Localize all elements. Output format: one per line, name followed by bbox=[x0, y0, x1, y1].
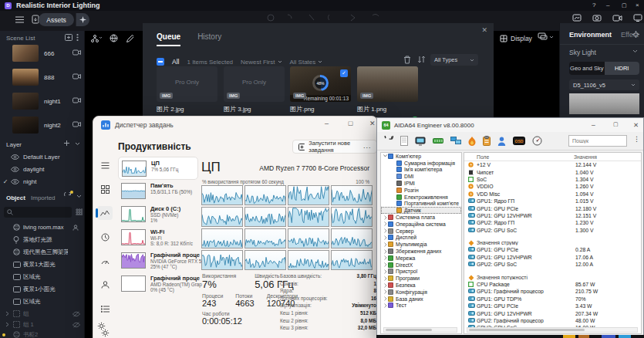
history-nav-icon[interactable] bbox=[97, 230, 113, 244]
scene-more-icon[interactable] bbox=[76, 33, 79, 42]
eyedropper-icon[interactable] bbox=[126, 34, 133, 42]
sensor-row[interactable]: GPU2: GPU SoC1.300 V bbox=[464, 227, 641, 234]
perf-sidebar-item[interactable]: Пам'ять15,6/31,1 ГБ (50%) bbox=[118, 180, 198, 203]
minimize-icon[interactable]: – bbox=[606, 2, 609, 8]
aida-tree-item[interactable]: Датчик bbox=[381, 207, 461, 214]
close-icon[interactable]: × bbox=[636, 2, 639, 8]
types-filter-dropdown[interactable]: All Types bbox=[430, 54, 478, 66]
sensor-row[interactable]: GPU1: GPU TDP%70% bbox=[464, 296, 641, 303]
render-queue-card[interactable]: Pro OnlyIMG图片 2.jpg6000×4000✓ bbox=[157, 66, 217, 123]
object-mode-label[interactable]: Imported bbox=[31, 194, 56, 201]
select-all-label[interactable]: All bbox=[172, 58, 179, 66]
help-icon[interactable]: ? bbox=[592, 2, 595, 8]
sensor-hscrollbar[interactable] bbox=[467, 327, 638, 333]
sensor-row[interactable]: VDD Misc1.094 V bbox=[464, 191, 641, 198]
camera-icon[interactable] bbox=[72, 121, 81, 127]
refresh-icon[interactable] bbox=[383, 136, 393, 146]
sensor-row[interactable]: GPU1: GPU 12VHPWR207.34 W bbox=[464, 309, 641, 316]
layer-item[interactable]: daylight bbox=[0, 164, 85, 174]
sensor-row[interactable]: CPU Package85.67 W bbox=[464, 281, 641, 288]
screen-select-icon[interactable] bbox=[538, 32, 554, 41]
sensor-row[interactable]: GPU2: GPU SoC12.00 A bbox=[464, 261, 641, 268]
maximize-icon[interactable]: ▢ bbox=[348, 120, 353, 127]
sensor-row[interactable]: GPU2: Ядро ГП1.230 V bbox=[464, 219, 641, 226]
object-tree-item[interactable]: 书柜2 bbox=[0, 330, 85, 338]
aida-tree-item[interactable]: Мультимедіа bbox=[381, 241, 461, 248]
layer-item[interactable]: ✓night bbox=[0, 176, 85, 187]
sync-icon[interactable] bbox=[64, 192, 72, 200]
aida-tree-item[interactable]: Тест bbox=[381, 303, 461, 309]
perf-sidebar-item[interactable]: Графічний процеAMD Radeon(TM) Grap0% (45… bbox=[118, 272, 198, 296]
aida-titlebar[interactable]: 64 AIDA64 Engineer v8.00.8000 bbox=[377, 118, 643, 132]
assets-button[interactable]: Assets bbox=[39, 13, 74, 26]
processes-nav-icon[interactable] bbox=[97, 182, 113, 196]
close-icon[interactable]: ✕ bbox=[633, 121, 639, 129]
env-settings-icon[interactable] bbox=[632, 31, 639, 38]
maximize-icon[interactable]: ▢ bbox=[622, 2, 627, 8]
tab-queue[interactable]: Queue bbox=[157, 32, 180, 46]
camera-icon[interactable] bbox=[72, 73, 81, 79]
column-value[interactable]: Значення bbox=[574, 154, 597, 160]
object-tree-item[interactable]: 区域光 bbox=[0, 272, 85, 282]
column-field[interactable]: Поле bbox=[477, 154, 574, 160]
sensor-row[interactable]: +12 V12.144 V bbox=[464, 161, 641, 168]
startup-nav-icon[interactable] bbox=[97, 254, 113, 268]
render-thumbnail[interactable]: 48%Remaining 00:01:13✓IMG bbox=[290, 66, 351, 102]
display-icon[interactable] bbox=[415, 137, 426, 146]
tab-environment[interactable]: Environment bbox=[569, 31, 612, 39]
minimize-icon[interactable]: – bbox=[592, 121, 595, 129]
sensor-section-row[interactable]: Значення струму bbox=[464, 239, 641, 246]
aida-tree-item[interactable]: Сумарна інформація bbox=[381, 160, 461, 167]
video-record-icon[interactable] bbox=[612, 13, 622, 22]
visibility-eye-icon[interactable] bbox=[11, 154, 23, 160]
object-tree-item[interactable]: 组 bbox=[0, 309, 85, 319]
close-icon[interactable]: ✕ bbox=[369, 120, 376, 127]
aida-tree-item[interactable]: Безпека bbox=[381, 282, 461, 289]
queue-close-icon[interactable]: ✕ bbox=[481, 26, 487, 34]
sensor-row[interactable]: GPU1: GPU 12VHPWR17.06 A bbox=[464, 254, 641, 261]
display-button[interactable]: Display bbox=[500, 32, 532, 44]
tree-hscrollbar[interactable] bbox=[383, 327, 457, 333]
aida-tree-item[interactable]: Електроживлення bbox=[381, 194, 461, 201]
render-queue-card[interactable]: Pro OnlyIMG图片 3.jpg6000×4000✓ bbox=[224, 66, 285, 123]
aida-tree-item[interactable]: IPMI bbox=[381, 180, 461, 187]
perf-sidebar-item[interactable]: Графічний процеNVIDIA GeForce RTX 5025% … bbox=[118, 249, 198, 272]
add-scene-icon[interactable] bbox=[65, 34, 72, 41]
hdri-preview-image[interactable] bbox=[569, 93, 639, 114]
minimize-icon[interactable]: – bbox=[325, 120, 329, 127]
export-render-icon[interactable] bbox=[572, 13, 582, 22]
aida-tree-item[interactable]: Збереження даних bbox=[381, 248, 461, 255]
layer-item[interactable]: Default Layer bbox=[0, 151, 85, 162]
aida-tree-item[interactable]: DMI bbox=[381, 173, 461, 180]
visibility-eye-icon[interactable] bbox=[11, 179, 23, 184]
tab-history[interactable]: History bbox=[197, 32, 221, 46]
aida-tree-item[interactable]: DirectX bbox=[381, 262, 461, 269]
users-nav-icon[interactable] bbox=[97, 278, 113, 292]
object-search-input[interactable] bbox=[4, 207, 72, 218]
sensor-row[interactable]: GPU2: Графічний процесор48.00 W bbox=[464, 317, 641, 324]
benchmark-icon[interactable] bbox=[483, 136, 491, 146]
card-selected-checkbox[interactable]: ✓ bbox=[340, 69, 348, 77]
hdri-option[interactable]: HDRI bbox=[605, 62, 640, 75]
aida-tree-item[interactable]: Мережа bbox=[381, 255, 461, 262]
aida-tree-item[interactable]: Розгін bbox=[381, 187, 461, 194]
perf-sidebar-item[interactable]: Wi-FiWi-FiS: 8,0 R: 312 Кбіт/с bbox=[118, 226, 198, 249]
sensor-row[interactable]: GPU1: GPU PCIe12.180 V bbox=[464, 204, 641, 211]
globe-icon[interactable] bbox=[110, 34, 118, 42]
scene-thumbnail[interactable] bbox=[12, 117, 39, 134]
sensor-row[interactable]: GPU1: Графічний процесор210.75 W bbox=[464, 288, 641, 295]
cpu-core-grid[interactable] bbox=[201, 185, 373, 270]
layer-collapse-icon[interactable] bbox=[75, 142, 80, 146]
sensor-row[interactable]: GPU1: GPU PCIe3.43 W bbox=[464, 303, 641, 309]
add-layer-icon[interactable] bbox=[63, 140, 70, 147]
hidden-eye-icon[interactable] bbox=[72, 311, 80, 317]
object-tree-item[interactable]: living room.max bbox=[0, 222, 85, 232]
sort-dropdown[interactable]: Newest First bbox=[241, 59, 282, 66]
sort-order-icon[interactable] bbox=[417, 56, 426, 63]
render-thumbnail[interactable]: Pro OnlyIMG bbox=[157, 66, 217, 102]
perf-sidebar-item[interactable]: ЦП7% 5,06 ГГц bbox=[118, 157, 198, 180]
sensor-row[interactable]: GPU1: GPU PCIe0.28 A bbox=[464, 246, 641, 253]
ai-assets-icon[interactable] bbox=[76, 13, 89, 26]
aida-tree-item[interactable]: Портативний комп'юте bbox=[381, 201, 461, 208]
tm-more-button[interactable]: ... bbox=[363, 142, 372, 150]
